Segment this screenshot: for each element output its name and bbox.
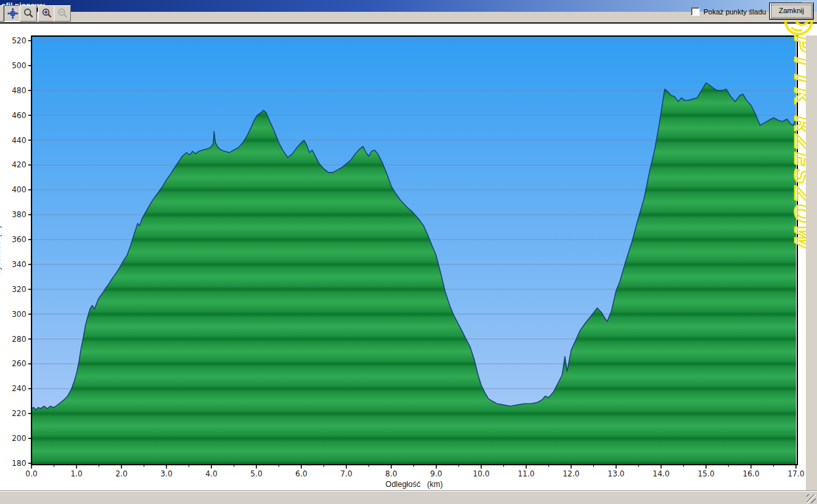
y-tick-label: 320 <box>12 285 26 294</box>
y-tick-label: 260 <box>12 359 26 368</box>
pan-crosshair-icon <box>7 8 18 19</box>
plot-area[interactable] <box>31 36 796 465</box>
y-tick-label: 340 <box>12 260 26 269</box>
window-right-margin <box>806 35 817 490</box>
y-tick-label: 380 <box>12 210 26 219</box>
show-track-points-field: Pokaż punkty śladu <box>691 7 766 16</box>
x-tick-label: 7.0 <box>341 469 352 478</box>
zoom-out-icon <box>57 8 68 19</box>
show-track-points-checkbox[interactable] <box>691 7 700 16</box>
y-tick-label: 460 <box>12 111 26 120</box>
x-tick-label: 9.0 <box>430 469 442 478</box>
y-tick-label: 240 <box>12 384 26 393</box>
x-tick-label: 15.0 <box>698 469 715 478</box>
x-tick-label: 17.0 <box>787 469 805 478</box>
x-tick-label: 16.0 <box>743 469 760 478</box>
x-tick-label: 11.0 <box>518 469 535 478</box>
y-tick-label: 440 <box>12 136 26 145</box>
resize-grip[interactable] <box>807 494 816 503</box>
show-track-points-label: Pokaż punkty śladu <box>703 8 766 16</box>
pan-tool-button[interactable] <box>4 5 21 22</box>
y-tick-label: 420 <box>12 160 26 169</box>
magnifier-icon <box>23 8 34 19</box>
y-axis-label: Wysokość (m) <box>0 209 3 294</box>
x-tick-label: 6.0 <box>295 469 307 478</box>
x-tick-label: 8.0 <box>385 469 397 478</box>
y-tick-label: 400 <box>12 185 26 194</box>
zoom-select-tool-button[interactable] <box>20 5 37 22</box>
y-tick-label: 200 <box>12 434 26 443</box>
x-tick-label: 1.0 <box>70 469 82 478</box>
x-tick-label: 13.0 <box>608 469 625 478</box>
y-tick-label: 520 <box>12 36 26 45</box>
y-tick-label: 220 <box>12 409 26 418</box>
x-tick-label: 5.0 <box>250 469 262 478</box>
zoom-out-tool-button <box>54 5 71 22</box>
zoom-in-icon <box>41 8 52 19</box>
y-tick-label: 500 <box>12 61 26 70</box>
y-tick-label: 300 <box>12 310 26 319</box>
y-tick-label: 280 <box>12 335 26 344</box>
elevation-chart[interactable]: 1802002202402602803003203403603804004204… <box>0 0 817 504</box>
x-tick-label: 14.0 <box>653 469 670 478</box>
x-tick-label: 4.0 <box>205 469 217 478</box>
x-axis-label: Odległość (km) <box>328 480 500 489</box>
y-tick-label: 480 <box>12 86 26 95</box>
x-tick-label: 10.0 <box>472 469 490 478</box>
zoom-in-tool-button[interactable] <box>38 5 55 22</box>
y-tick-label: 180 <box>12 459 26 468</box>
close-dialog-button[interactable]: Zamknij <box>769 3 814 20</box>
status-bar <box>0 490 817 504</box>
x-tick-label: 3.0 <box>160 469 172 478</box>
x-tick-label: 0.0 <box>26 469 37 478</box>
y-tick-label: 360 <box>12 235 26 244</box>
x-tick-label: 2.0 <box>115 469 127 478</box>
x-tick-label: 12.0 <box>563 469 580 478</box>
